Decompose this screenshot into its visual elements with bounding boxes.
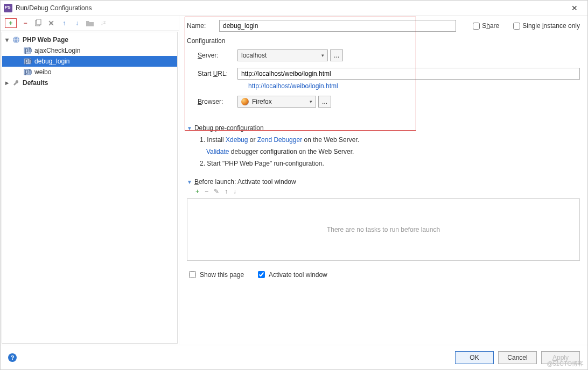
zend-link[interactable]: Zend Debugger	[257, 136, 302, 144]
tree-group-label: Defaults	[23, 79, 48, 87]
browser-browse-button[interactable]: ...	[318, 96, 331, 108]
remove-icon[interactable]: −	[21, 19, 30, 27]
left-pane: + − ↑ ↓ ↓² ▾ PHP Web Page p	[1, 16, 179, 345]
tree-item-label: weibo	[34, 68, 51, 76]
edit-task-icon[interactable]: ✎	[214, 188, 219, 195]
copy-icon[interactable]	[34, 19, 43, 27]
debug-preconfig-expander[interactable]: ▼ Debug pre-configuration	[187, 124, 580, 132]
server-label: Server:	[198, 52, 237, 59]
start-url-input[interactable]	[237, 68, 580, 80]
tree-item-ajaxchecklogin[interactable]: php ajaxCheckLogin	[2, 45, 177, 56]
server-select[interactable]: localhost▾	[237, 49, 328, 61]
php-run-icon: php	[24, 58, 32, 65]
svg-text:php: php	[25, 58, 32, 65]
add-icon[interactable]: +	[6, 19, 15, 27]
single-instance-checkbox[interactable]: Single instance only	[513, 22, 580, 30]
app-icon	[4, 4, 12, 12]
configuration-heading: Configuration	[187, 37, 580, 45]
tree-group-label: PHP Web Page	[23, 36, 68, 44]
empty-tasks-text: There are no tasks to run before launch	[327, 226, 440, 233]
add-task-icon[interactable]: +	[195, 188, 199, 195]
chevron-down-icon: ▾	[310, 99, 312, 104]
move-up-icon[interactable]: ↑	[60, 19, 68, 27]
move-down-icon[interactable]: ↓	[233, 188, 236, 195]
php-page-icon	[12, 36, 20, 44]
dialog-footer: ? OK Cancel Apply	[1, 345, 587, 369]
xdebug-link[interactable]: Xdebug	[226, 136, 248, 144]
tree-item-debug-login[interactable]: php debug_login	[2, 56, 177, 67]
triangle-down-icon: ▼	[187, 125, 192, 131]
firefox-icon	[241, 98, 249, 105]
before-launch-title: Before launch: Activate tool window	[194, 178, 296, 186]
debug-preconfig-title: Debug pre-configuration	[194, 124, 264, 132]
tree-group-defaults[interactable]: ▸ Defaults	[2, 77, 177, 88]
start-url-label: Start URL:	[198, 70, 237, 77]
ok-button[interactable]: OK	[455, 351, 494, 364]
debug-steps: 1. Install Xdebug or Zend Debugger on th…	[200, 134, 580, 169]
browser-select[interactable]: Firefox▾	[237, 96, 316, 108]
before-launch-tasks: There are no tasks to run before launch	[187, 198, 580, 261]
resolved-url-link[interactable]: http://localhost/weibo/login.html	[248, 82, 580, 90]
wrench-icon	[12, 79, 20, 87]
svg-text:php: php	[25, 68, 32, 75]
tree-group-php-web-page[interactable]: ▾ PHP Web Page	[2, 34, 177, 45]
right-pane: Name: Share Single instance only Configu…	[179, 16, 587, 345]
titlebar: Run/Debug Configurations ✕	[1, 1, 587, 16]
apply-button: Apply	[541, 351, 580, 364]
share-checkbox[interactable]: Share	[473, 22, 499, 30]
php-run-icon: php	[24, 47, 32, 54]
tree-item-label: ajaxCheckLogin	[34, 47, 80, 54]
php-run-icon: php	[24, 68, 32, 76]
server-browse-button[interactable]: ...	[330, 49, 343, 61]
config-toolbar: + − ↑ ↓ ↓²	[1, 16, 179, 31]
triangle-down-icon: ▼	[187, 179, 192, 185]
tree-item-label: debug_login	[34, 58, 69, 65]
chevron-down-icon: ▾	[321, 53, 324, 58]
svg-rect-1	[37, 19, 41, 25]
browser-label: Browser:	[198, 98, 237, 105]
sort-icon[interactable]: ↓²	[99, 19, 107, 27]
folder-icon[interactable]	[86, 19, 94, 27]
close-icon[interactable]: ✕	[565, 4, 584, 12]
step2-text: 2. Start "PHP Web Page" run-configuratio…	[200, 158, 580, 169]
chevron-down-icon[interactable]: ▾	[5, 36, 12, 44]
name-input[interactable]	[219, 20, 456, 32]
move-up-icon[interactable]: ↑	[225, 188, 228, 195]
svg-text:php: php	[25, 47, 32, 54]
chevron-right-icon[interactable]: ▸	[5, 79, 12, 87]
config-tree[interactable]: ▾ PHP Web Page php ajaxCheckLogin php de…	[2, 32, 178, 344]
activate-tool-window-checkbox[interactable]: Activate tool window	[256, 269, 327, 280]
help-icon[interactable]: ?	[8, 353, 17, 362]
move-down-icon[interactable]: ↓	[73, 19, 81, 27]
window-title: Run/Debug Configurations	[16, 4, 565, 12]
show-this-page-checkbox[interactable]: Show this page	[187, 269, 244, 280]
before-launch-expander[interactable]: ▼ Before launch: Activate tool window	[187, 178, 580, 186]
name-label: Name:	[187, 22, 214, 30]
cancel-button[interactable]: Cancel	[498, 351, 537, 364]
validate-link[interactable]: Validate	[206, 148, 229, 155]
before-launch-toolbar: + − ✎ ↑ ↓	[195, 188, 580, 195]
settings-icon[interactable]	[47, 19, 55, 27]
tree-item-weibo[interactable]: php weibo	[2, 67, 177, 77]
remove-task-icon[interactable]: −	[205, 188, 208, 195]
